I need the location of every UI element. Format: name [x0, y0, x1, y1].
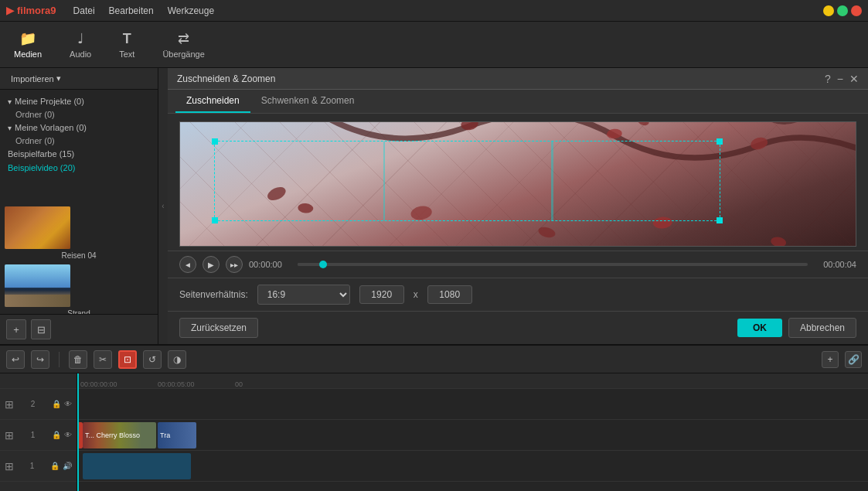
- dialog-controls: ? − ✕: [825, 73, 859, 85]
- clip-red[interactable]: [77, 422, 83, 448]
- eye-icon[interactable]: 👁: [64, 431, 72, 439]
- color-button[interactable]: ◑: [168, 350, 186, 369]
- thumbnail-reisen: [5, 206, 70, 249]
- time-end: 00:00:04: [814, 260, 856, 269]
- timeline-toolbar: ↩ ↪ 🗑 ✂ ⊡ ↺ ◑ + 🔗: [0, 346, 868, 373]
- clip-transition[interactable]: Tra: [158, 422, 196, 448]
- link-button[interactable]: 🔗: [845, 351, 862, 368]
- sidebar-item-ordner-1[interactable]: Ordner (0): [0, 108, 158, 121]
- toolbar-audio[interactable]: ♩ Audio: [63, 27, 97, 62]
- menu-werkzeuge[interactable]: Werkzeuge: [162, 4, 220, 18]
- ratio-select[interactable]: 16:9 4:3 1:1 9:16 Benutzerdefiniert: [257, 285, 350, 305]
- audio-icon: ♩: [77, 30, 83, 47]
- cancel-button[interactable]: Abbrechen: [788, 318, 856, 338]
- lock-icon[interactable]: 🔒: [52, 431, 61, 439]
- toolbar-separator: [59, 352, 60, 367]
- toolbar-uebergaenge-label: Übergänge: [162, 49, 204, 59]
- width-input[interactable]: [359, 285, 404, 304]
- lock-icon[interactable]: 🔒: [52, 400, 61, 408]
- clip-label: T... Cherry Blosso: [85, 431, 140, 439]
- add-track-button[interactable]: +: [822, 351, 839, 368]
- track-label-2: ⊞ 2 🔒 👁: [0, 389, 77, 420]
- folder-icon: 📁: [19, 30, 36, 47]
- import-chevron-icon: ▾: [56, 73, 61, 84]
- step-back-button[interactable]: ◄: [179, 256, 196, 273]
- timeline-ruler: 00:00:00:00 00:00:05:00 00: [77, 373, 868, 389]
- arrow-icon: ▾: [8, 124, 12, 132]
- dialog-title: Zuschneiden & Zoomen: [177, 73, 825, 84]
- rotate-button[interactable]: ↺: [143, 350, 162, 369]
- toolbar-text[interactable]: T Text: [113, 28, 141, 62]
- track-row-2: [77, 389, 868, 420]
- sidebar-item-ordner-2[interactable]: Ordner (0): [0, 135, 158, 147]
- clip-cherry-blossom[interactable]: T... Cherry Blosso: [83, 422, 156, 448]
- sidebar-item-beispielvideo[interactable]: Beispielvideo (20): [0, 161, 158, 175]
- track-number-audio: 1: [30, 462, 35, 470]
- play-button[interactable]: ▶: [203, 256, 220, 273]
- main-toolbar: 📁 Medien ♩ Audio T Text ⇄ Übergänge: [0, 22, 868, 68]
- lock-icon[interactable]: 🔒: [50, 462, 60, 470]
- dialog-close-button[interactable]: ✕: [849, 73, 859, 85]
- crop-button[interactable]: ⊡: [118, 350, 137, 369]
- toolbar-uebergaenge[interactable]: ⇄ Übergänge: [156, 27, 210, 62]
- track-icons-2: 🔒 👁: [52, 400, 72, 408]
- menu-bearbeiten[interactable]: Bearbeiten: [103, 4, 160, 18]
- app-logo: ▶ filmora9: [6, 5, 56, 16]
- reset-button[interactable]: Zurücksetzen: [179, 318, 258, 338]
- menu-datei[interactable]: Datei: [67, 4, 101, 18]
- dialog-minimize-button[interactable]: −: [837, 73, 843, 85]
- video-preview: [179, 121, 856, 247]
- track-add-icon[interactable]: ⊞: [5, 460, 14, 472]
- sidebar-item-beispielfarbe[interactable]: Beispielfarbe (15): [0, 147, 158, 161]
- maximize-button[interactable]: [837, 5, 848, 16]
- volume-icon[interactable]: 🔊: [63, 462, 72, 470]
- video-frame: [179, 121, 856, 247]
- app-title: filmora9: [17, 5, 56, 16]
- dialog-help-icon[interactable]: ?: [825, 73, 831, 85]
- playback-controls: ◄ ▶ ▸▸ 00:00:00 00:00:04: [168, 251, 868, 278]
- progress-bar[interactable]: [298, 263, 808, 266]
- sidebar-sub-label: Ordner (0): [15, 136, 55, 145]
- add-folder-button[interactable]: +: [6, 319, 26, 339]
- clip-audio[interactable]: [83, 453, 191, 479]
- sidebar-item-meine-projekte[interactable]: ▾ Meine Projekte (0): [0, 94, 158, 108]
- toolbar-medien-label: Medien: [14, 49, 42, 59]
- track-icons-1: 🔒 👁: [52, 431, 72, 439]
- sidebar-item-label: Beispielvideo (20): [8, 163, 75, 172]
- track-row-1: T... Cherry Blosso Tra: [77, 420, 868, 451]
- titlebar: ▶ filmora9 Datei Bearbeiten Werkzeuge: [0, 0, 868, 22]
- tab-schwenken-zoomen[interactable]: Schwenken & Zoomen: [250, 90, 366, 113]
- main-content: Importieren ▾ ▾ Meine Projekte (0) Ordne…: [0, 68, 868, 344]
- media-item-reisen[interactable]: Reisen 04: [5, 206, 153, 260]
- panel-collapse-handle[interactable]: ‹: [158, 68, 168, 344]
- ok-button[interactable]: OK: [737, 319, 782, 337]
- toolbar-medien[interactable]: 📁 Medien: [8, 27, 48, 62]
- progress-thumb[interactable]: [319, 261, 327, 268]
- tab-zuschneiden[interactable]: Zuschneiden: [175, 90, 250, 113]
- delete-folder-button[interactable]: ⊟: [31, 319, 51, 339]
- text-icon: T: [123, 31, 131, 47]
- sidebar-sub-label: Ordner (0): [15, 110, 55, 119]
- eye-icon[interactable]: 👁: [64, 400, 72, 408]
- undo-button[interactable]: ↩: [6, 350, 25, 369]
- track-add-icon[interactable]: ⊞: [5, 398, 14, 411]
- height-input[interactable]: [427, 285, 472, 304]
- left-panel: Importieren ▾ ▾ Meine Projekte (0) Ordne…: [0, 68, 158, 344]
- transitions-icon: ⇄: [178, 30, 189, 47]
- track-label-audio: ⊞ 1 🔒 🔊: [0, 451, 77, 482]
- settings-bar: Seitenverhältnis: 16:9 4:3 1:1 9:16 Benu…: [168, 278, 868, 311]
- close-button[interactable]: [851, 5, 862, 16]
- minimize-button[interactable]: [823, 5, 834, 16]
- redo-button[interactable]: ↪: [31, 350, 49, 369]
- delete-button[interactable]: 🗑: [69, 350, 87, 369]
- ruler-mark-2: 00: [235, 380, 312, 388]
- media-item-strand[interactable]: Strand: [5, 264, 153, 314]
- sidebar-item-meine-vorlagen[interactable]: ▾ Meine Vorlagen (0): [0, 121, 158, 135]
- import-bar: Importieren ▾: [0, 68, 158, 90]
- import-button[interactable]: Importieren ▾: [6, 71, 66, 86]
- ratio-label: Seitenverhältnis:: [179, 289, 248, 300]
- track-add-icon[interactable]: ⊞: [5, 429, 14, 442]
- step-forward-button[interactable]: ▸▸: [226, 256, 243, 273]
- cut-button[interactable]: ✂: [94, 350, 112, 369]
- sidebar-item-label: Meine Projekte (0): [15, 97, 84, 106]
